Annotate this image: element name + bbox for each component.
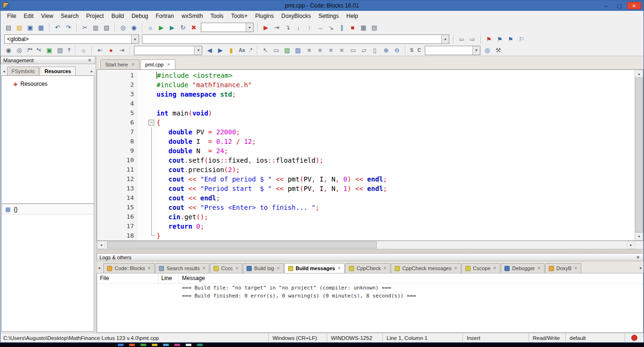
taskbar-app-icon[interactable] <box>163 344 169 346</box>
stop-debugger-icon[interactable]: ■ <box>347 23 358 32</box>
goto-prev-function-icon[interactable]: ⇦ <box>456 34 467 44</box>
copy-icon[interactable]: ▥ <box>91 23 101 32</box>
menu-item-project[interactable]: Project <box>83 11 107 21</box>
symbol-combo[interactable]: ▾ <box>142 34 449 44</box>
fold-margin[interactable] <box>138 156 157 165</box>
tab-close-icon[interactable]: ✕ <box>167 62 171 67</box>
align-left-icon[interactable]: ≡ <box>304 46 314 55</box>
tab-scroll-right-icon[interactable]: ▸ <box>89 67 94 75</box>
toggle-bookmark-icon[interactable]: ⚑ <box>484 34 494 44</box>
logs-tab-cccc[interactable]: Cccc✕ <box>210 263 242 273</box>
minimize-button[interactable]: – <box>600 2 612 9</box>
scroll-left-icon[interactable]: ◂ <box>97 241 105 249</box>
insert-rounded-icon[interactable]: ▱ <box>359 46 369 55</box>
tab-close-icon[interactable]: ✕ <box>493 266 497 271</box>
taskbar-app-icon[interactable] <box>140 344 146 346</box>
tab-close-icon[interactable]: ✕ <box>338 266 341 271</box>
menu-item-search[interactable]: Search <box>57 11 83 21</box>
logs-tab-scroll-right-icon[interactable]: ▸ <box>640 265 642 270</box>
code-line[interactable]: 4 <box>97 99 635 108</box>
redo-icon[interactable]: ↷ <box>63 23 74 32</box>
build-message-row[interactable]: === Build finished: 0 error(s), 0 warnin… <box>97 292 643 300</box>
save-all-icon[interactable]: ▦ <box>36 23 46 32</box>
tools-config-icon[interactable]: ☼ <box>78 46 89 55</box>
step-into-icon[interactable]: ↓ <box>293 23 304 32</box>
doxy-extract-icon[interactable]: ◉ <box>3 46 14 55</box>
fold-margin[interactable] <box>138 137 157 146</box>
column-header-line[interactable]: Line <box>158 273 179 283</box>
editor-tab-pmt-cpp[interactable]: pmt.cpp✕ <box>140 59 175 69</box>
logs-tab-search-results[interactable]: Search results✕ <box>155 263 209 273</box>
tab-close-icon[interactable]: ✕ <box>235 266 239 271</box>
doxy-wizard-icon[interactable]: ▣ <box>44 46 54 55</box>
column-header-message[interactable]: Message <box>179 273 643 283</box>
insert-frame-icon[interactable]: ▭ <box>271 46 281 55</box>
next-bookmark-icon[interactable]: ⚑ <box>505 34 516 44</box>
align-justify-icon[interactable]: ≡ <box>337 46 347 55</box>
horizontal-scroll-track[interactable] <box>105 241 627 249</box>
tab-scroll-left-icon[interactable]: ◂ <box>1 67 7 75</box>
chart-icon[interactable]: ▧ <box>282 46 292 55</box>
management-header[interactable]: Management ✕ <box>0 56 95 64</box>
logs-tab-code-blocks[interactable]: Code::Blocks✕ <box>103 263 155 273</box>
dropdown-arrow-icon[interactable]: ▾ <box>472 46 480 55</box>
code-line[interactable]: 11 cout.precision(2); <box>97 165 635 174</box>
menu-item-doxyblocks[interactable]: DoxyBlocks <box>278 11 315 21</box>
edit-plot-icon[interactable]: ▨ <box>293 46 303 55</box>
tree-item-resources[interactable]: ◈Resources <box>2 80 94 88</box>
code-line[interactable]: 2#include "mathfinance.h" <box>97 80 635 90</box>
code-line[interactable]: 13 cout << "Period start $ " << pmt(PV, … <box>97 184 635 193</box>
dropdown-arrow-icon[interactable]: ▾ <box>246 23 253 32</box>
scroll-up-icon[interactable]: ▴ <box>635 70 643 78</box>
fold-margin[interactable] <box>138 184 157 193</box>
code-editor[interactable]: 1#include <iostream>2#include "mathfinan… <box>97 69 644 241</box>
tab-close-icon[interactable]: ✕ <box>537 266 541 271</box>
run-icon[interactable]: ▶ <box>156 23 166 32</box>
os-taskbar[interactable] <box>0 343 644 347</box>
abort-build-icon[interactable]: ✖ <box>189 23 199 32</box>
goto-next-function-icon[interactable]: ⇨ <box>467 34 478 44</box>
various-info-icon[interactable]: ▤ <box>369 23 380 32</box>
tab-close-icon[interactable]: ✕ <box>131 62 135 67</box>
find-symbol-icon[interactable]: ◎ <box>482 46 493 55</box>
fold-collapse-icon[interactable]: − <box>149 120 154 125</box>
zoom-in-icon[interactable]: ⊕ <box>381 46 391 55</box>
editor-tab-start-here[interactable]: Start here✕ <box>100 59 140 69</box>
insert-rect-icon[interactable]: ▭ <box>348 46 358 55</box>
doxy-line-comment-icon[interactable]: *< <box>35 46 43 55</box>
menu-item-edit[interactable]: Edit <box>20 11 37 21</box>
code-line[interactable]: 18} <box>97 231 635 240</box>
maximize-button[interactable]: ▢ <box>613 2 626 9</box>
code-line[interactable]: 16 cin.get(); <box>97 212 635 222</box>
prev-bookmark-icon[interactable]: ⚑ <box>495 34 505 44</box>
menu-item-tools[interactable]: Tools <box>206 11 227 21</box>
fold-margin[interactable] <box>138 193 157 203</box>
dropdown-arrow-icon[interactable]: ▾ <box>131 35 139 43</box>
taskbar-app-icon[interactable] <box>197 344 203 346</box>
management-tab-fsymbols[interactable]: FSymbols <box>7 66 40 75</box>
scope-combo[interactable]: <global>▾ <box>4 34 139 44</box>
taskbar-app-icon[interactable] <box>152 344 157 346</box>
find-icon[interactable]: ◎ <box>118 23 128 32</box>
code-area[interactable]: 1#include <iostream>2#include "mathfinan… <box>97 70 635 240</box>
code-line[interactable]: 5int main(void) <box>97 108 635 118</box>
doxy-block-comment-icon[interactable]: /** <box>25 46 34 55</box>
code-line[interactable]: 7 double PV = 22000; <box>97 127 635 137</box>
select-tool-icon[interactable]: ↖ <box>260 46 271 55</box>
break-debugger-icon[interactable]: ∥ <box>337 23 347 32</box>
logs-tab-debugger[interactable]: Debugger✕ <box>501 263 545 273</box>
tab-close-icon[interactable]: ✕ <box>276 266 280 271</box>
taskbar-app-icon[interactable] <box>129 344 135 346</box>
menu-item-wxsmith[interactable]: wxSmith <box>178 11 206 21</box>
tab-close-icon[interactable]: ✕ <box>148 266 151 271</box>
menu-item-view[interactable]: View <box>37 11 57 21</box>
menu-item-help[interactable]: Help <box>343 11 362 21</box>
fold-margin[interactable]: − <box>138 118 157 127</box>
taskbar-app-icon[interactable] <box>186 344 191 346</box>
menu-item-debug[interactable]: Debug <box>128 11 152 21</box>
vertical-scroll-thumb[interactable] <box>635 78 643 232</box>
run-to-cursor-icon[interactable]: ⇥ <box>272 23 282 32</box>
code-line[interactable]: 9 double N = 24; <box>97 146 635 156</box>
fold-margin[interactable] <box>138 127 157 137</box>
clear-bookmarks-icon[interactable]: ⚐ <box>516 34 527 44</box>
